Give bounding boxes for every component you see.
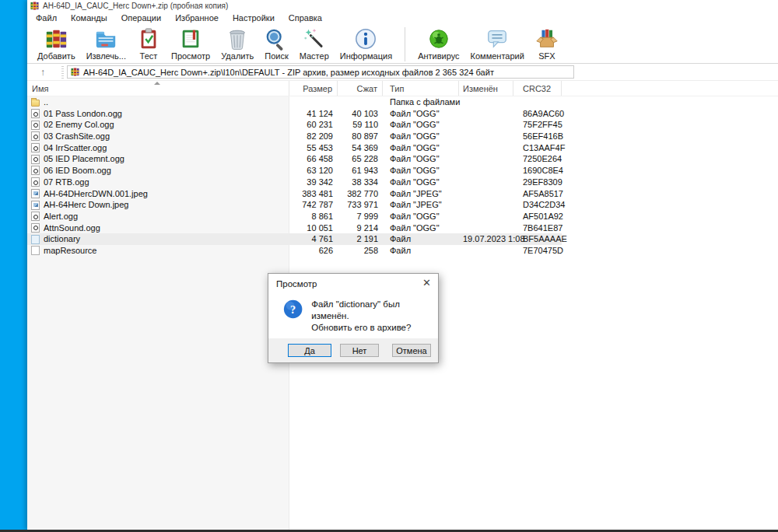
- table-row[interactable]: AttnSound.ogg 10 051 9 214 Файл "OGG" 7B…: [27, 222, 562, 234]
- file-name: AttnSound.ogg: [44, 222, 100, 234]
- file-crc32: 29EF8309: [513, 177, 562, 188]
- comment-button[interactable]: Комментарий: [465, 26, 530, 61]
- table-row[interactable]: 01 Pass London.ogg 41 124 40 103 Файл "O…: [27, 108, 562, 120]
- info-icon: [354, 27, 377, 51]
- view-book-icon: [179, 27, 202, 51]
- file-icon: [31, 100, 40, 107]
- info-button[interactable]: Информация: [335, 26, 398, 61]
- dialog-message-line2: Обновить его в архиве?: [311, 322, 432, 334]
- file-size: 742 787: [289, 199, 338, 211]
- file-type: Файл "OGG": [383, 177, 459, 188]
- test-clipboard-icon: [137, 27, 160, 51]
- up-one-level-button[interactable]: ↑: [33, 65, 52, 79]
- dialog-button-strip: Да Нет Отмена: [268, 338, 438, 362]
- delete-button[interactable]: Удалить: [216, 26, 259, 61]
- column-header-modified[interactable]: Изменён: [459, 81, 513, 96]
- table-row[interactable]: Alert.ogg 8 861 7 999 Файл "OGG" AF501A9…: [27, 211, 562, 222]
- menu-operations[interactable]: Операции: [114, 13, 168, 23]
- table-row[interactable]: mapResource 626 258 Файл 7E70475D: [27, 245, 562, 257]
- file-icon: [31, 223, 40, 233]
- add-button[interactable]: Добавить: [32, 26, 81, 61]
- file-name: 04 IrrScatter.ogg: [44, 142, 107, 154]
- file-type: Файл: [383, 245, 459, 257]
- file-type: Файл "OGG": [383, 142, 459, 154]
- column-header-packed[interactable]: Сжат: [338, 81, 383, 96]
- up-arrow-icon: ↑: [40, 67, 45, 78]
- toolbar-separator: [405, 27, 405, 61]
- file-name: 02 Enemy Col.ogg: [44, 119, 114, 131]
- wizard-wand-icon: [303, 27, 326, 51]
- address-combo[interactable]: AH-64D_IA_CAUC_Herc Down+.zip\l10n\DEFAU…: [67, 65, 574, 79]
- menu-options[interactable]: Настройки: [226, 13, 282, 23]
- cancel-button[interactable]: Отмена: [392, 344, 431, 357]
- table-row[interactable]: 02 Enemy Col.ogg 60 231 59 110 Файл "OGG…: [27, 119, 562, 131]
- table-row[interactable]: dictionary 4 761 2 191 Файл 19.07.2023 1…: [27, 233, 562, 245]
- find-button[interactable]: Поиск: [259, 26, 293, 61]
- file-name: 01 Pass London.ogg: [44, 108, 122, 120]
- file-size: 41 124: [289, 108, 338, 120]
- column-header-type[interactable]: Тип: [383, 81, 459, 96]
- file-list: .. Папка с файлами 01 Pass London.ogg 41…: [27, 96, 778, 257]
- file-name: ..: [44, 96, 48, 108]
- file-type: Файл "OGG": [383, 153, 459, 165]
- file-crc32: 7B641E87: [513, 222, 562, 234]
- dialog-body: ? Файл "dictionary" был изменён. Обновит…: [268, 289, 438, 334]
- table-row[interactable]: 06 IED Boom.ogg 63 120 61 943 Файл "OGG"…: [27, 165, 562, 177]
- menu-file[interactable]: Файл: [29, 13, 64, 23]
- file-size: 82 209: [289, 131, 338, 142]
- menu-favorites[interactable]: Избранное: [168, 13, 226, 23]
- toolbar: Добавить Извлечь... Тест: [27, 24, 778, 64]
- file-name: 03 CrashSite.ogg: [44, 131, 110, 142]
- file-crc32: 1690C8E4: [513, 165, 562, 177]
- extract-button[interactable]: Извлечь...: [81, 26, 131, 61]
- antivirus-button-label: Антивирус: [418, 51, 459, 61]
- column-header-size[interactable]: Размер: [289, 81, 338, 96]
- table-row[interactable]: AH-64Herc Down.jpeg 742 787 733 971 Файл…: [27, 199, 562, 211]
- table-row[interactable]: .. Папка с файлами: [27, 96, 562, 108]
- file-packed-size: 38 334: [338, 177, 383, 188]
- file-name: mapResource: [44, 245, 96, 257]
- table-row[interactable]: AH-64DHercDWN.001.jpeg 383 481 382 770 Ф…: [27, 188, 562, 200]
- wizard-button[interactable]: Мастер: [294, 26, 335, 61]
- file-icon: [31, 235, 40, 244]
- file-size: 39 342: [289, 177, 338, 188]
- column-header-row: Имя Размер Сжат Тип Изменён CRC32: [27, 81, 778, 96]
- file-name: AH-64Herc Down.jpeg: [44, 199, 128, 211]
- close-icon[interactable]: ✕: [422, 278, 431, 288]
- file-name: 06 IED Boom.ogg: [44, 165, 111, 177]
- test-button-label: Тест: [140, 51, 158, 61]
- file-type: Файл "OGG": [383, 131, 459, 142]
- add-button-label: Добавить: [37, 51, 75, 61]
- add-archive-icon: [44, 27, 68, 51]
- yes-button[interactable]: Да: [288, 344, 331, 357]
- file-packed-size: 65 228: [338, 153, 383, 165]
- view-button-label: Просмотр: [171, 51, 210, 61]
- menu-commands[interactable]: Команды: [64, 13, 114, 23]
- wizard-button-label: Мастер: [300, 51, 329, 61]
- window-title: AH-64D_IA_CAUC_Herc Down+.zip (пробная к…: [43, 2, 228, 10]
- table-row[interactable]: 03 CrashSite.ogg 82 209 80 897 Файл "OGG…: [27, 131, 562, 142]
- file-size: 60 231: [289, 119, 338, 131]
- antivirus-icon: [427, 27, 450, 51]
- antivirus-button[interactable]: Антивирус: [412, 26, 464, 61]
- file-size: 55 453: [289, 142, 338, 154]
- view-button[interactable]: Просмотр: [166, 26, 216, 61]
- dialog-message: Файл "dictionary" был изменён. Обновить …: [311, 299, 432, 334]
- file-size: 10 051: [289, 222, 338, 234]
- file-packed-size: 9 214: [338, 222, 383, 234]
- extract-folder-icon: [94, 27, 117, 51]
- table-row[interactable]: 04 IrrScatter.ogg 55 453 54 369 Файл "OG…: [27, 142, 562, 154]
- menu-help[interactable]: Справка: [282, 13, 329, 23]
- file-icon: [31, 109, 40, 118]
- file-type: Файл "OGG": [383, 211, 459, 222]
- sfx-button-label: SFX: [538, 51, 555, 61]
- table-row[interactable]: 07 RTB.ogg 39 342 38 334 Файл "OGG" 29EF…: [27, 177, 562, 188]
- file-icon: [31, 155, 40, 164]
- column-header-crc32[interactable]: CRC32: [513, 81, 562, 96]
- view-confirmation-dialog: Просмотр ✕ ? Файл "dictionary" был измен…: [268, 273, 439, 363]
- sfx-button[interactable]: SFX: [530, 26, 564, 61]
- table-row[interactable]: 05 IED Placemnt.ogg 66 458 65 228 Файл "…: [27, 153, 562, 165]
- file-size: 63 120: [289, 165, 338, 177]
- test-button[interactable]: Тест: [131, 26, 166, 61]
- no-button[interactable]: Нет: [340, 344, 379, 357]
